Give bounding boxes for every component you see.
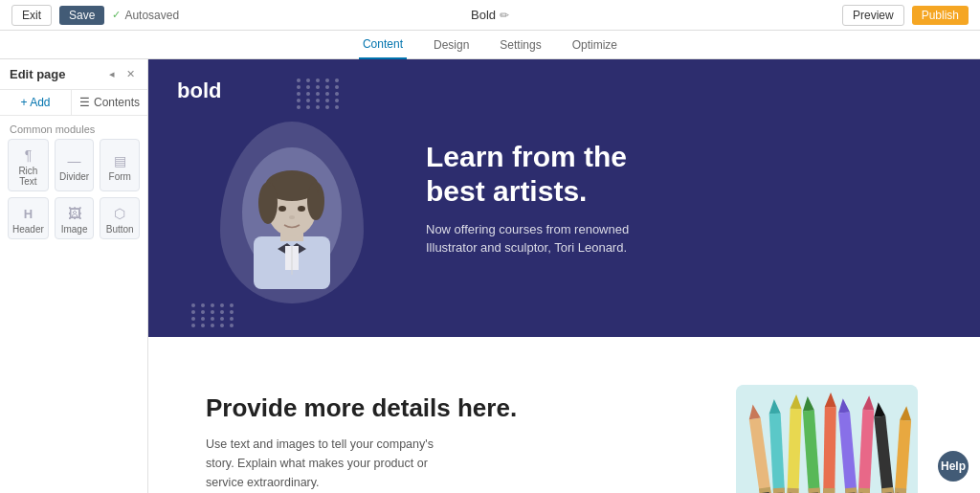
module-form[interactable]: ▤ Form bbox=[100, 139, 140, 191]
svg-rect-31 bbox=[823, 488, 835, 493]
details-text: Provide more details here. Use text and … bbox=[206, 392, 693, 492]
dots-decoration-top bbox=[297, 78, 342, 109]
autosaved-label: Autosaved bbox=[124, 9, 179, 22]
page-title: Bold bbox=[471, 8, 496, 22]
pencils-svg bbox=[736, 385, 918, 493]
sidebar-actions: + Add ☰ Contents bbox=[0, 90, 147, 116]
svg-rect-39 bbox=[858, 488, 870, 493]
details-body: Use text and images to tell your company… bbox=[206, 435, 455, 492]
tabs-bar: Content Design Settings Optimize bbox=[0, 31, 980, 59]
hero-heading: Learn from the best artists. bbox=[426, 140, 675, 209]
page-title-area: Bold ✏ bbox=[471, 8, 509, 22]
list-icon: ☰ bbox=[79, 96, 90, 109]
svg-rect-19 bbox=[773, 488, 785, 493]
button-icon: ⬡ bbox=[114, 206, 125, 221]
details-image bbox=[731, 375, 923, 493]
details-section: Provide more details here. Use text and … bbox=[148, 337, 980, 493]
hero-subtext: Now offering courses from renowned Illus… bbox=[426, 220, 675, 258]
top-bar-right: Preview Publish bbox=[842, 5, 969, 26]
contents-button[interactable]: ☰ Contents bbox=[72, 90, 147, 115]
sidebar-collapse-icon[interactable]: ◂ bbox=[106, 67, 118, 81]
preview-button[interactable]: Preview bbox=[842, 5, 904, 26]
svg-rect-27 bbox=[809, 487, 821, 493]
check-icon: ✓ bbox=[112, 9, 121, 21]
help-button[interactable]: Help bbox=[938, 451, 969, 482]
rich-text-icon: ¶ bbox=[25, 147, 33, 163]
module-rich-text[interactable]: ¶ Rich Text bbox=[8, 139, 49, 191]
sidebar-header-icons: ◂ ✕ bbox=[106, 67, 138, 81]
tab-design[interactable]: Design bbox=[430, 31, 473, 59]
pencils-illustration bbox=[736, 385, 918, 493]
svg-rect-23 bbox=[787, 488, 798, 493]
autosaved-status: ✓ Autosaved bbox=[112, 9, 179, 22]
top-bar: Exit Save ✓ Autosaved Bold ✏ Preview Pub… bbox=[0, 0, 980, 31]
svg-rect-47 bbox=[895, 488, 907, 493]
tab-optimize[interactable]: Optimize bbox=[568, 31, 621, 59]
main-layout: Edit page ◂ ✕ + Add ☰ Contents Common mo… bbox=[0, 59, 980, 493]
header-icon: H bbox=[24, 207, 33, 221]
tab-settings[interactable]: Settings bbox=[496, 31, 545, 59]
content-area: bold bbox=[148, 59, 980, 493]
sidebar-section-label: Common modules bbox=[0, 116, 147, 139]
dots-decoration-bottom bbox=[191, 303, 236, 327]
exit-button[interactable]: Exit bbox=[11, 5, 52, 26]
details-heading: Provide more details here. bbox=[206, 392, 693, 425]
hero-image-area bbox=[206, 107, 378, 318]
tab-content[interactable]: Content bbox=[359, 31, 407, 59]
svg-rect-29 bbox=[823, 407, 836, 493]
hero-brand: bold bbox=[177, 78, 221, 103]
module-image[interactable]: 🖼 Image bbox=[55, 197, 95, 239]
hero-section: bold bbox=[148, 59, 980, 337]
hero-heading-line1: Learn from the bbox=[426, 141, 627, 172]
edit-pencil-icon[interactable]: ✏ bbox=[500, 9, 509, 22]
sidebar-title: Edit page bbox=[10, 67, 66, 81]
top-bar-left: Exit Save ✓ Autosaved bbox=[11, 5, 179, 26]
sidebar-close-icon[interactable]: ✕ bbox=[123, 67, 138, 81]
form-icon: ▤ bbox=[114, 153, 126, 168]
image-icon: 🖼 bbox=[68, 206, 81, 221]
module-header[interactable]: H Header bbox=[8, 197, 49, 239]
module-grid: ¶ Rich Text — Divider ▤ Form H Header 🖼 … bbox=[0, 139, 147, 247]
publish-button[interactable]: Publish bbox=[912, 6, 969, 25]
save-button[interactable]: Save bbox=[59, 6, 104, 25]
help-label: Help bbox=[941, 459, 966, 473]
module-button[interactable]: ⬡ Button bbox=[100, 197, 140, 239]
divider-icon: — bbox=[68, 153, 81, 168]
hero-text: Learn from the best artists. Now offerin… bbox=[378, 140, 675, 258]
hero-heading-line2: best artists. bbox=[426, 175, 587, 207]
sidebar-header: Edit page ◂ ✕ bbox=[0, 59, 147, 90]
module-divider[interactable]: — Divider bbox=[55, 139, 95, 191]
sidebar: Edit page ◂ ✕ + Add ☰ Contents Common mo… bbox=[0, 59, 148, 493]
add-button[interactable]: + Add bbox=[0, 90, 72, 115]
